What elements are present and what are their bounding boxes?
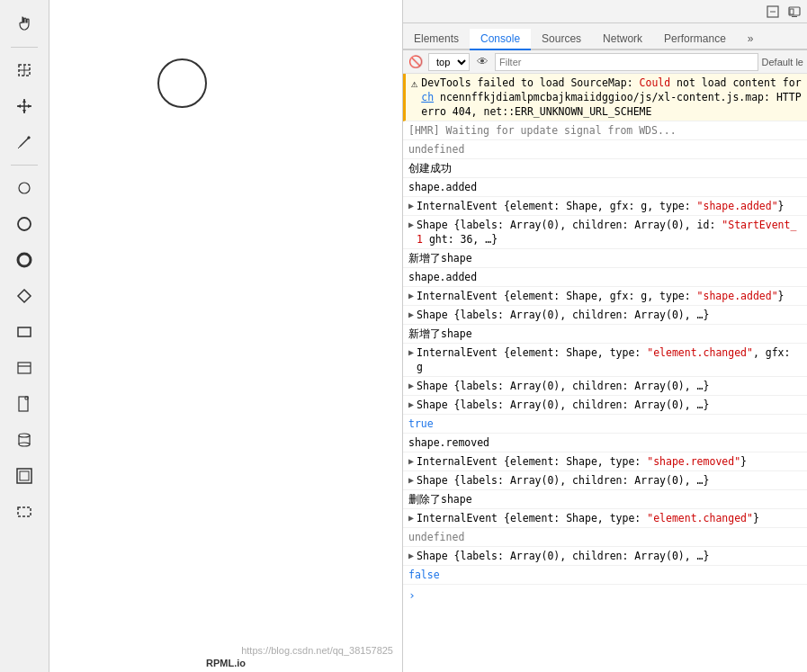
expand-triangle-4[interactable]: ▶ (408, 308, 414, 322)
tab-console[interactable]: Console (470, 29, 531, 50)
console-entry-false: false (403, 566, 807, 585)
divider-1 (11, 47, 38, 48)
svg-point-12 (19, 183, 30, 193)
devtools-tab-bar: Elements Console Sources Network Perform… (403, 23, 807, 50)
console-entry-internal-removed: ▶ InternalEvent {element: Shape, type: "… (403, 452, 807, 471)
prompt-chevron: › (408, 588, 416, 602)
svg-line-9 (20, 138, 29, 147)
console-entry-shape-added-2: shape.added (403, 268, 807, 287)
divider-2 (11, 165, 38, 166)
svg-point-20 (19, 434, 30, 437)
expand-triangle-3[interactable]: ▶ (408, 289, 414, 303)
device-icon[interactable] (785, 3, 803, 21)
console-entry-undefined-1: undefined (403, 140, 807, 159)
inspect-icon[interactable] (764, 3, 782, 21)
svg-marker-15 (18, 290, 31, 302)
canvas-label: RPML.io (206, 658, 246, 668)
svg-marker-8 (28, 104, 31, 108)
dotted-rect-tool[interactable] (7, 495, 41, 529)
circle-lg-tool[interactable] (7, 243, 41, 277)
svg-point-21 (19, 443, 30, 446)
console-entry-shape-added-1: shape.added (403, 178, 807, 197)
svg-rect-16 (18, 327, 31, 336)
console-entry-element-changed-2: ▶ InternalEvent {element: Shape, type: "… (403, 509, 807, 528)
frame-tool[interactable] (7, 459, 41, 493)
move-tool[interactable] (7, 89, 41, 123)
rect-tool[interactable] (7, 315, 41, 349)
default-label: Default le (762, 57, 803, 67)
devtools-icons (764, 3, 803, 21)
console-entry-shape-3: ▶ Shape {labels: Array(0), children: Arr… (403, 377, 807, 396)
svg-rect-19 (19, 397, 28, 411)
error-link[interactable]: ch (421, 91, 434, 103)
console-entry-warning: ⚠ DevTools failed to load SourceMap: Cou… (403, 74, 807, 121)
console-entry-shape-4: ▶ Shape {labels: Array(0), children: Arr… (403, 396, 807, 415)
console-entry-shape-6: ▶ Shape {labels: Array(0), children: Arr… (403, 547, 807, 566)
context-select[interactable]: top (428, 53, 470, 71)
svg-marker-6 (22, 110, 26, 113)
console-entry-deleted-shape: 删除了shape (403, 490, 807, 509)
devtools-panel: Elements Console Sources Network Perform… (402, 0, 807, 672)
tab-network[interactable]: Network (592, 29, 653, 50)
circle-sm-tool[interactable] (7, 171, 41, 205)
expand-triangle-10[interactable]: ▶ (408, 511, 414, 525)
svg-rect-31 (790, 9, 794, 14)
svg-rect-26 (18, 507, 31, 516)
tab-more[interactable]: » (737, 29, 765, 50)
console-entry-internal-1: ▶ InternalEvent {element: Shape, gfx: g,… (403, 197, 807, 216)
console-entry-undefined-2: undefined (403, 528, 807, 547)
pen-tool[interactable] (7, 125, 41, 159)
toolbar (0, 0, 49, 672)
tab-performance[interactable]: Performance (653, 29, 737, 50)
console-entry-shape-5: ▶ Shape {labels: Array(0), children: Arr… (403, 471, 807, 490)
cylinder-tool[interactable] (7, 423, 41, 457)
console-entry-shape-removed: shape.removed (403, 434, 807, 452)
svg-rect-30 (792, 16, 797, 17)
expand-triangle-11[interactable]: ▶ (408, 549, 414, 563)
clear-console-btn[interactable]: 🚫 (407, 53, 425, 71)
console-entry-true: true (403, 415, 807, 434)
expand-triangle[interactable]: ▶ (408, 199, 414, 213)
console-entry-added-shape-1: 新增了shape (403, 249, 807, 268)
page-tool[interactable] (7, 387, 41, 421)
filter-input[interactable] (495, 53, 758, 71)
stack-tool[interactable] (7, 351, 41, 385)
circle-md-tool[interactable] (7, 207, 41, 241)
console-entry-create-success: 创建成功 (403, 159, 807, 178)
tab-sources[interactable]: Sources (531, 29, 592, 50)
canvas-circle (157, 58, 207, 108)
diamond-tool[interactable] (7, 279, 41, 313)
expand-triangle-5[interactable]: ▶ (408, 345, 414, 360)
canvas-watermark: https://blog.csdn.net/qq_38157825 (241, 645, 393, 656)
console-toolbar: 🚫 top 👁 Default le (403, 50, 807, 74)
expand-triangle-6[interactable]: ▶ (408, 379, 414, 393)
eye-btn[interactable]: 👁 (473, 53, 491, 71)
select-tool[interactable] (7, 53, 41, 87)
console-entry-internal-2: ▶ InternalEvent {element: Shape, gfx: g,… (403, 287, 807, 306)
canvas-area[interactable]: https://blog.csdn.net/qq_38157825 RPML.i… (49, 0, 402, 672)
console-output[interactable]: ⚠ DevTools failed to load SourceMap: Cou… (403, 74, 807, 672)
console-entry-element-changed-1: ▶ InternalEvent {element: Shape, type: "… (403, 344, 807, 377)
svg-rect-25 (20, 471, 29, 480)
tab-elements[interactable]: Elements (403, 29, 470, 50)
console-entry-hmr: [HMR] Waiting for update signal from WDS… (403, 121, 807, 140)
svg-marker-7 (17, 104, 21, 108)
svg-point-14 (18, 254, 31, 266)
expand-triangle-9[interactable]: ▶ (408, 473, 414, 488)
svg-marker-5 (22, 99, 26, 103)
expand-triangle-8[interactable]: ▶ (408, 454, 414, 469)
console-prompt[interactable]: › (403, 585, 807, 605)
console-entry-shape-2: ▶ Shape {labels: Array(0), children: Arr… (403, 306, 807, 325)
devtools-topbar (403, 0, 807, 23)
expand-triangle-7[interactable]: ▶ (408, 398, 414, 412)
warning-icon: ⚠ (411, 76, 417, 91)
svg-rect-17 (18, 363, 31, 373)
svg-point-13 (18, 218, 31, 230)
console-entry-added-shape-2: 新增了shape (403, 325, 807, 344)
svg-rect-24 (17, 469, 31, 483)
hand-tool[interactable] (7, 7, 41, 41)
expand-triangle-2[interactable]: ▶ (408, 218, 414, 232)
console-entry-shape-1: ▶ Shape {labels: Array(0), children: Arr… (403, 216, 807, 249)
